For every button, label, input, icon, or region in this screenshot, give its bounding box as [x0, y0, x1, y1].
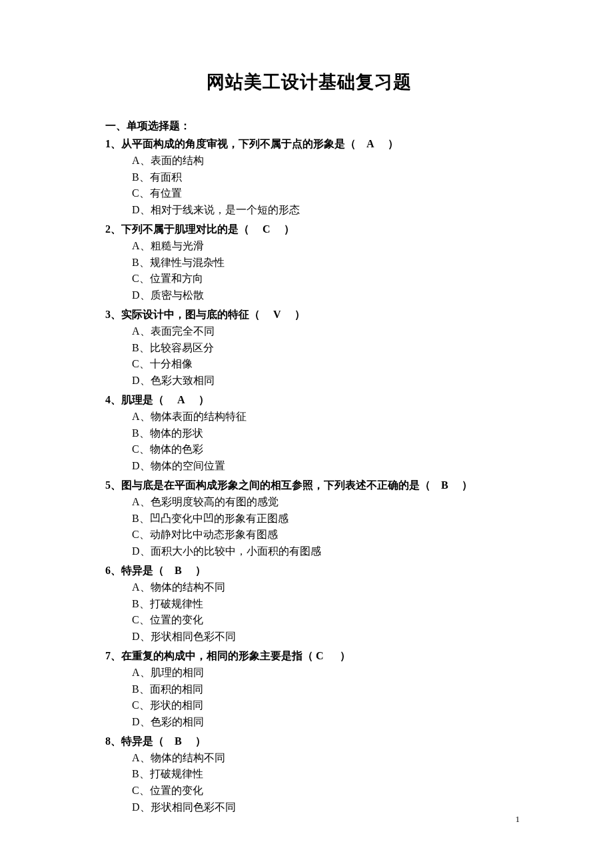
option-item: A、粗糙与光滑 — [132, 238, 513, 255]
question-answer: A — [366, 138, 374, 149]
document-page: 网站美工设计基础复习题 一、单项选择题： 1、从平面构成的角度审视，下列不属于点… — [0, 0, 613, 816]
question-stem: 2、下列不属于肌理对比的是（ C ） — [105, 221, 513, 238]
option-item: C、十分相像 — [132, 356, 513, 373]
option-letter: B — [132, 427, 139, 439]
option-text: 、打破规律性 — [139, 768, 203, 779]
question-answer: B — [175, 735, 182, 747]
option-text: 、动静对比中动态形象有图感 — [139, 529, 278, 540]
question-text: 、图与底是在平面构成形象之间的相互参照，下列表述不正确的是（ — [111, 479, 441, 491]
option-letter: C — [132, 785, 139, 796]
question-bracket-close: ） — [281, 309, 305, 320]
option-letter: D — [132, 545, 140, 557]
option-letter: C — [132, 529, 139, 540]
option-item: A、表面完全不同 — [132, 323, 513, 340]
question-block: 2、下列不属于肌理对比的是（ C ）A、粗糙与光滑B、规律性与混杂性C、位置和方… — [105, 221, 513, 304]
option-item: A、肌理的相同 — [132, 665, 513, 681]
option-letter: A — [132, 325, 140, 337]
option-letter: C — [132, 614, 139, 625]
option-item: B、有面积 — [132, 169, 513, 186]
option-item: C、物体的色彩 — [132, 441, 513, 458]
option-text: 、位置的变化 — [139, 785, 203, 796]
option-item: D、形状相同色彩不同 — [132, 629, 513, 645]
option-text: 、色彩大致相同 — [140, 375, 215, 386]
question-number: 7 — [105, 650, 111, 661]
question-stem: 8、特异是（ B ） — [105, 733, 513, 750]
option-text: 、形状相同色彩不同 — [140, 631, 236, 642]
question-stem: 6、特异是（ B ） — [105, 563, 513, 579]
question-bracket-close: ） — [182, 735, 206, 747]
option-item: A、色彩明度较高的有图的感觉 — [132, 494, 513, 511]
option-item: B、规律性与混杂性 — [132, 255, 513, 271]
option-letter: C — [132, 699, 139, 711]
option-text: 、质密与松散 — [140, 289, 204, 301]
option-text: 、有面积 — [139, 171, 182, 183]
question-block: 4、肌理是（ A ）A、物体表面的结构特征B、物体的形状C、物体的色彩D、物体的… — [105, 392, 513, 475]
option-letter: A — [132, 411, 140, 422]
option-item: B、物体的形状 — [132, 425, 513, 442]
option-item: B、面积的相同 — [132, 681, 513, 698]
option-letter: B — [132, 513, 139, 524]
options-list: A、表面的结构B、有面积C、有位置D、相对于线来说，是一个短的形态 — [105, 153, 513, 219]
option-letter: B — [132, 598, 139, 609]
option-item: C、位置的变化 — [132, 783, 513, 799]
option-text: 、位置的变化 — [139, 614, 203, 625]
question-bracket-close: ） — [374, 138, 398, 149]
option-item: C、形状的相同 — [132, 697, 513, 714]
question-stem: 5、图与底是在平面构成形象之间的相互参照，下列表述不正确的是（ B ） — [105, 477, 513, 494]
option-item: C、有位置 — [132, 185, 513, 202]
questions-container: 1、从平面构成的角度审视，下列不属于点的形象是（ A ）A、表面的结构B、有面积… — [105, 136, 513, 816]
options-list: A、粗糙与光滑B、规律性与混杂性C、位置和方向D、质密与松散 — [105, 238, 513, 304]
option-text: 、打破规律性 — [139, 598, 203, 609]
question-stem: 3、实际设计中，图与底的特征（ V ） — [105, 307, 513, 323]
option-item: B、比较容易区分 — [132, 340, 513, 357]
option-letter: A — [132, 752, 140, 763]
option-text: 、肌理的相同 — [140, 667, 204, 678]
option-text: 、十分相像 — [139, 358, 193, 369]
question-stem: 7、在重复的构成中，相同的形象主要是指（ C ） — [105, 648, 513, 665]
option-letter: B — [132, 257, 139, 268]
option-text: 、面积的相同 — [139, 683, 203, 695]
question-bracket-close: ） — [271, 223, 295, 235]
option-item: C、动静对比中动态形象有图感 — [132, 527, 513, 543]
option-letter: A — [132, 667, 140, 678]
options-list: A、表面完全不同B、比较容易区分C、十分相像D、色彩大致相同 — [105, 323, 513, 389]
option-item: A、物体的结构不同 — [132, 750, 513, 767]
question-answer: C — [316, 650, 324, 661]
section-header: 一、单项选择题： — [105, 119, 513, 133]
question-text: 、实际设计中，图与底的特征（ — [111, 309, 273, 320]
question-answer: B — [441, 479, 448, 491]
question-block: 1、从平面构成的角度审视，下列不属于点的形象是（ A ）A、表面的结构B、有面积… — [105, 136, 513, 219]
option-text: 、比较容易区分 — [139, 342, 214, 353]
option-text: 、物体的色彩 — [139, 443, 203, 455]
question-number: 4 — [105, 394, 111, 405]
question-number: 3 — [105, 309, 111, 320]
option-text: 、色彩的相同 — [140, 716, 204, 727]
option-letter: B — [132, 342, 139, 353]
option-text: 、粗糙与光滑 — [140, 240, 204, 251]
question-text: 、特异是（ — [111, 735, 175, 747]
option-letter: D — [132, 631, 140, 642]
option-letter: D — [132, 460, 140, 471]
option-text: 、物体的空间位置 — [140, 460, 225, 471]
question-number: 1 — [105, 138, 111, 149]
option-text: 、形状相同色彩不同 — [140, 801, 236, 813]
question-block: 7、在重复的构成中，相同的形象主要是指（ C ）A、肌理的相同B、面积的相同C、… — [105, 648, 513, 731]
question-bracket-close: ） — [448, 479, 472, 491]
option-item: A、表面的结构 — [132, 153, 513, 169]
question-answer: B — [175, 565, 182, 576]
question-answer: A — [177, 394, 185, 405]
question-answer: C — [263, 223, 271, 235]
option-item: B、打破规律性 — [132, 766, 513, 783]
option-letter: D — [132, 801, 140, 813]
option-text: 、规律性与混杂性 — [139, 257, 225, 268]
option-text: 、物体表面的结构特征 — [140, 411, 247, 422]
option-letter: C — [132, 273, 139, 284]
option-item: D、质密与松散 — [132, 287, 513, 304]
question-number: 8 — [105, 735, 111, 747]
option-text: 、位置和方向 — [139, 273, 203, 284]
question-text: 、特异是（ — [111, 565, 175, 576]
option-letter: C — [132, 358, 139, 369]
question-text: 、肌理是（ — [111, 394, 177, 405]
question-text: 、下列不属于肌理对比的是（ — [111, 223, 263, 235]
question-bracket-close: ） — [182, 565, 206, 576]
